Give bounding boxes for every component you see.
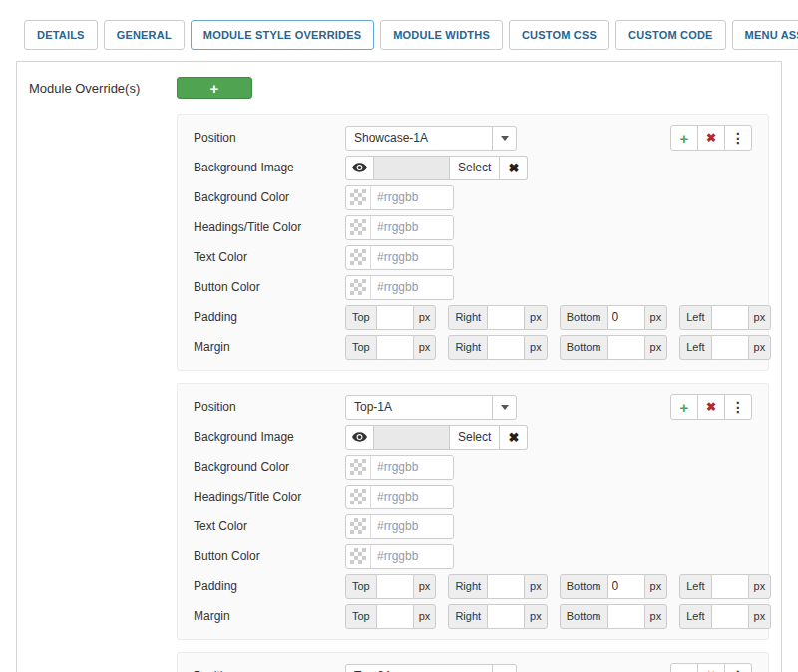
add-block-button[interactable]: +	[670, 394, 698, 420]
tab-module-widths[interactable]: MODULE WIDTHS	[380, 20, 503, 50]
transparency-swatch	[346, 216, 371, 239]
color-input-group	[345, 544, 454, 569]
text-color-input[interactable]	[371, 246, 453, 269]
padding-right-input[interactable]	[488, 574, 524, 599]
clear-image-button[interactable]: ✖	[500, 425, 528, 450]
padding-top-input[interactable]	[377, 574, 413, 599]
margin-control: Top px Right px Bottom px Left p	[345, 604, 783, 629]
position-select[interactable]: Top-2A	[345, 664, 517, 672]
margin-bottom-input[interactable]	[608, 604, 644, 629]
add-override-button[interactable]: +	[177, 77, 252, 99]
tab-custom-css[interactable]: CUSTOM CSS	[509, 20, 609, 50]
override-block: Position Top-2A + ✖ ⋮	[177, 652, 769, 672]
unit-suffix: px	[524, 335, 548, 360]
tab-custom-code[interactable]: CUSTOM CODE	[615, 20, 726, 50]
unit-suffix: px	[748, 604, 772, 629]
unit-suffix: px	[524, 305, 548, 330]
background-color-control	[345, 185, 752, 210]
position-select[interactable]: Top-1A	[345, 395, 517, 420]
margin-bottom-input[interactable]	[608, 335, 644, 360]
padding-bottom-input[interactable]	[608, 574, 644, 599]
chevron-down-icon[interactable]	[492, 127, 516, 150]
headings-title-color-input[interactable]	[371, 216, 453, 239]
add-block-button[interactable]: +	[670, 663, 698, 672]
background-image-label: Background Image	[194, 161, 345, 174]
checkerboard-icon	[350, 548, 366, 564]
transparency-swatch	[346, 515, 371, 538]
background-image-input[interactable]	[374, 425, 450, 450]
tab-bar: DETAILS GENERAL MODULE STYLE OVERRIDES M…	[24, 20, 782, 50]
unit-suffix: px	[413, 574, 437, 599]
unit-suffix: px	[413, 335, 437, 360]
chevron-down-icon[interactable]	[492, 396, 516, 419]
preview-image-button[interactable]	[345, 425, 374, 450]
unit-label: Left	[679, 574, 711, 599]
padding-right-input[interactable]	[488, 305, 524, 330]
margin-control: Top px Right px Bottom px Left p	[345, 335, 783, 360]
text-color-input[interactable]	[371, 515, 453, 538]
caret-shape	[501, 405, 509, 410]
drag-handle-button[interactable]: ⋮	[724, 125, 752, 151]
color-input-group	[345, 514, 454, 539]
padding-right-group: Right px	[448, 574, 547, 599]
padding-row: Padding Top px Right px Bottom px	[194, 305, 752, 329]
tab-details[interactable]: DETAILS	[24, 20, 98, 50]
margin-left-input[interactable]	[712, 604, 748, 629]
transparency-swatch	[346, 186, 371, 209]
unit-label: Top	[345, 574, 377, 599]
caret-shape	[501, 136, 509, 141]
unit-label: Bottom	[560, 574, 608, 599]
tab-general[interactable]: GENERAL	[104, 20, 185, 50]
background-color-input[interactable]	[371, 456, 453, 479]
padding-top-group: Top px	[345, 574, 436, 599]
margin-top-input[interactable]	[377, 335, 413, 360]
padding-top-input[interactable]	[377, 305, 413, 330]
padding-left-input[interactable]	[712, 305, 748, 330]
button-color-input[interactable]	[371, 276, 453, 299]
button-color-row: Button Color	[194, 275, 752, 299]
background-color-input[interactable]	[371, 186, 453, 209]
unit-suffix: px	[748, 335, 772, 360]
drag-handle-button[interactable]: ⋮	[724, 394, 752, 420]
margin-right-input[interactable]	[488, 604, 524, 629]
select-image-button[interactable]: Select	[450, 425, 500, 450]
tab-menu-assignment[interactable]: MENU ASSIGNMENT	[732, 20, 798, 50]
position-label: Position	[194, 131, 345, 145]
drag-handle-button[interactable]: ⋮	[724, 663, 752, 672]
remove-block-button[interactable]: ✖	[697, 663, 725, 672]
preview-image-button[interactable]	[345, 156, 374, 180]
background-image-input[interactable]	[374, 156, 450, 180]
module-overrides-label: Module Override(s)	[29, 81, 177, 96]
select-image-button[interactable]: Select	[450, 156, 500, 180]
unit-label: Left	[679, 604, 711, 629]
padding-left-input[interactable]	[712, 574, 748, 599]
background-color-label: Background Color	[194, 190, 345, 204]
override-block: Position Top-1A + ✖ ⋮	[177, 383, 769, 640]
tab-module-style-overrides[interactable]: MODULE STYLE OVERRIDES	[191, 20, 374, 50]
margin-left-group: Left px	[679, 604, 771, 629]
headings-title-color-input[interactable]	[371, 486, 453, 508]
drag-handle-icon: ⋮	[731, 131, 745, 145]
background-color-row: Background Color	[194, 185, 752, 209]
background-color-control	[345, 455, 752, 480]
margin-left-input[interactable]	[712, 335, 748, 360]
unit-label: Top	[345, 335, 377, 360]
padding-bottom-input[interactable]	[608, 305, 644, 330]
background-image-group: Select ✖	[345, 425, 528, 450]
remove-block-button[interactable]: ✖	[697, 394, 725, 420]
margin-top-input[interactable]	[377, 604, 413, 629]
transparency-swatch	[346, 276, 371, 299]
chevron-down-icon[interactable]	[492, 665, 516, 672]
block-actions: + ✖ ⋮	[670, 394, 752, 420]
unit-label: Bottom	[560, 305, 608, 330]
button-color-input[interactable]	[371, 545, 453, 568]
block-actions: + ✖ ⋮	[670, 663, 752, 672]
margin-right-input[interactable]	[488, 335, 524, 360]
clear-image-button[interactable]: ✖	[500, 156, 528, 180]
remove-block-button[interactable]: ✖	[697, 125, 725, 151]
override-block: Position Showcase-1A + ✖ ⋮	[177, 114, 769, 371]
position-select[interactable]: Showcase-1A	[345, 126, 517, 151]
add-block-button[interactable]: +	[670, 125, 698, 151]
override-blocks: Position Showcase-1A + ✖ ⋮	[177, 114, 769, 672]
transparency-swatch	[346, 486, 371, 508]
